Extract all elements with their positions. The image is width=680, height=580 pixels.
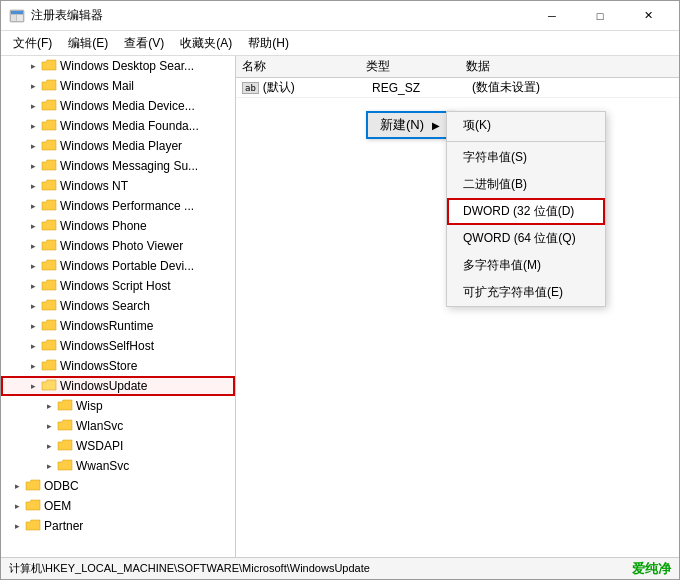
table-row[interactable]: ab(默认)REG_SZ(数值未设置)	[236, 78, 679, 98]
folder-icon	[41, 59, 57, 73]
tree-expand-icon[interactable]: ▸	[41, 398, 57, 414]
folder-icon	[57, 419, 73, 433]
tree-expand-icon[interactable]: ▸	[25, 98, 41, 114]
menu-file[interactable]: 文件(F)	[5, 33, 60, 54]
tree-expand-icon[interactable]: ▸	[41, 438, 57, 454]
tree-expand-icon[interactable]: ▸	[25, 58, 41, 74]
folder-icon	[41, 179, 57, 193]
tree-item[interactable]: ▸Windows Media Founda...	[1, 116, 235, 136]
tree-item[interactable]: ▸ODBC	[1, 476, 235, 496]
window-controls: ─ □ ✕	[529, 1, 671, 31]
menu-edit[interactable]: 编辑(E)	[60, 33, 116, 54]
tree-item-label: Windows Media Founda...	[60, 119, 199, 133]
tree-item-label: WlanSvc	[76, 419, 123, 433]
tree-item[interactable]: ▸WSDAPI	[1, 436, 235, 456]
tree-item[interactable]: ▸Windows Desktop Sear...	[1, 56, 235, 76]
svg-rect-3	[17, 15, 23, 21]
tree-expand-icon[interactable]: ▸	[25, 238, 41, 254]
tree-expand-icon[interactable]: ▸	[25, 158, 41, 174]
tree-expand-icon[interactable]: ▸	[25, 218, 41, 234]
folder-icon	[57, 399, 73, 413]
tree-item[interactable]: ▸WindowsStore	[1, 356, 235, 376]
tree-item[interactable]: ▸WindowsSelfHost	[1, 336, 235, 356]
tree-expand-icon[interactable]: ▸	[25, 258, 41, 274]
tree-item[interactable]: ▸Windows Mail	[1, 76, 235, 96]
tree-item[interactable]: ▸WwanSvc	[1, 456, 235, 476]
submenu: 项(K)字符串值(S)二进制值(B)DWORD (32 位值(D)QWORD (…	[446, 111, 606, 307]
tree-item[interactable]: ▸WindowsUpdate	[1, 376, 235, 396]
tree-item-label: Windows Performance ...	[60, 199, 194, 213]
tree-item-label: Partner	[44, 519, 83, 533]
tree-expand-icon[interactable]: ▸	[25, 278, 41, 294]
tree-expand-icon[interactable]: ▸	[25, 338, 41, 354]
tree-item[interactable]: ▸WindowsRuntime	[1, 316, 235, 336]
title-bar: 注册表编辑器 ─ □ ✕	[1, 1, 679, 31]
tree-item[interactable]: ▸Windows Performance ...	[1, 196, 235, 216]
tree-item-label: Windows Search	[60, 299, 150, 313]
tree-expand-icon[interactable]: ▸	[25, 78, 41, 94]
menu-view[interactable]: 查看(V)	[116, 33, 172, 54]
submenu-item[interactable]: 可扩充字符串值(E)	[447, 279, 605, 306]
tree-item-label: Windows Mail	[60, 79, 134, 93]
tree-item[interactable]: ▸Windows Photo Viewer	[1, 236, 235, 256]
tree-expand-icon[interactable]: ▸	[25, 138, 41, 154]
tree-item-label: WindowsSelfHost	[60, 339, 154, 353]
right-panel: 名称 类型 数据 ab(默认)REG_SZ(数值未设置) 新建(N) ▶ 项(K…	[236, 56, 679, 557]
tree-expand-icon[interactable]: ▸	[25, 358, 41, 374]
tree-expand-icon[interactable]: ▸	[41, 458, 57, 474]
tree-item-label: WindowsStore	[60, 359, 137, 373]
tree-item[interactable]: ▸Windows Messaging Su...	[1, 156, 235, 176]
tree-item-label: Windows Desktop Sear...	[60, 59, 194, 73]
tree-expand-icon[interactable]: ▸	[9, 478, 25, 494]
tree-item[interactable]: ▸Windows Phone	[1, 216, 235, 236]
folder-icon	[41, 259, 57, 273]
submenu-item[interactable]: QWORD (64 位值(Q)	[447, 225, 605, 252]
submenu-item[interactable]: 多字符串值(M)	[447, 252, 605, 279]
svg-rect-1	[11, 11, 23, 14]
folder-icon	[41, 339, 57, 353]
tree-item-label: Windows Media Player	[60, 139, 182, 153]
tree-panel[interactable]: ▸Windows Desktop Sear...▸Windows Mail▸Wi…	[1, 56, 236, 557]
submenu-item[interactable]: 项(K)	[447, 112, 605, 139]
maximize-button[interactable]: □	[577, 1, 623, 31]
tree-expand-icon[interactable]: ▸	[25, 198, 41, 214]
main-content: ▸Windows Desktop Sear...▸Windows Mail▸Wi…	[1, 56, 679, 557]
folder-icon	[25, 499, 41, 513]
tree-item-label: Windows Messaging Su...	[60, 159, 198, 173]
tree-item[interactable]: ▸Windows Media Player	[1, 136, 235, 156]
tree-expand-icon[interactable]: ▸	[25, 298, 41, 314]
submenu-item[interactable]: 字符串值(S)	[447, 144, 605, 171]
tree-expand-icon[interactable]: ▸	[9, 498, 25, 514]
tree-expand-icon[interactable]: ▸	[41, 418, 57, 434]
tree-item[interactable]: ▸Partner	[1, 516, 235, 536]
minimize-button[interactable]: ─	[529, 1, 575, 31]
tree-expand-icon[interactable]: ▸	[25, 318, 41, 334]
new-button[interactable]: 新建(N) ▶	[366, 111, 454, 139]
folder-icon	[25, 479, 41, 493]
tree-item[interactable]: ▸Windows Media Device...	[1, 96, 235, 116]
menu-bar: 文件(F) 编辑(E) 查看(V) 收藏夹(A) 帮助(H)	[1, 31, 679, 56]
submenu-item[interactable]: DWORD (32 位值(D)	[447, 198, 605, 225]
menu-help[interactable]: 帮助(H)	[240, 33, 297, 54]
submenu-item[interactable]: 二进制值(B)	[447, 171, 605, 198]
tree-expand-icon[interactable]: ▸	[25, 178, 41, 194]
window-title: 注册表编辑器	[31, 7, 103, 24]
folder-icon	[41, 219, 57, 233]
tree-item[interactable]: ▸Windows Script Host	[1, 276, 235, 296]
folder-icon	[41, 139, 57, 153]
close-button[interactable]: ✕	[625, 1, 671, 31]
tree-item[interactable]: ▸Windows NT	[1, 176, 235, 196]
tree-item[interactable]: ▸WlanSvc	[1, 416, 235, 436]
tree-item[interactable]: ▸Wisp	[1, 396, 235, 416]
folder-icon	[41, 199, 57, 213]
tree-item-label: WindowsRuntime	[60, 319, 153, 333]
tree-item[interactable]: ▸OEM	[1, 496, 235, 516]
tree-expand-icon[interactable]: ▸	[25, 118, 41, 134]
cell-name: ab(默认)	[236, 79, 366, 96]
app-icon	[9, 8, 25, 24]
menu-favorites[interactable]: 收藏夹(A)	[172, 33, 240, 54]
tree-expand-icon[interactable]: ▸	[25, 378, 41, 394]
tree-item[interactable]: ▸Windows Portable Devi...	[1, 256, 235, 276]
tree-item[interactable]: ▸Windows Search	[1, 296, 235, 316]
tree-expand-icon[interactable]: ▸	[9, 518, 25, 534]
